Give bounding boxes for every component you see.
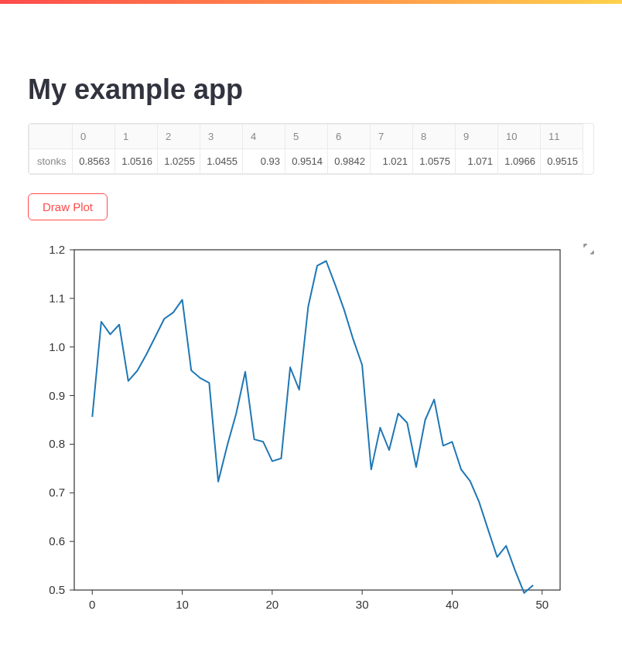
- table-col-header: 5: [285, 125, 328, 149]
- data-table[interactable]: 01234567891011stonks0.85631.05161.02551.…: [28, 123, 594, 175]
- table-col-header: 7: [371, 125, 413, 149]
- table-cell: 1.0455: [200, 149, 243, 174]
- table-cell: 0.9842: [328, 149, 371, 174]
- line-chart: 0.50.60.70.80.91.01.11.201020304050: [28, 242, 569, 621]
- svg-text:0: 0: [89, 598, 95, 611]
- table-col-header: 11: [541, 125, 583, 149]
- svg-text:40: 40: [446, 598, 459, 611]
- svg-text:10: 10: [176, 598, 189, 611]
- table-cell: 1.071: [456, 149, 498, 174]
- svg-text:0.6: 0.6: [49, 534, 65, 547]
- table-col-header: 4: [243, 125, 285, 149]
- table-col-header: 10: [498, 125, 541, 149]
- svg-text:1.1: 1.1: [49, 292, 65, 305]
- table-cell: 0.9514: [285, 149, 328, 174]
- table-row-label: stonks: [29, 149, 73, 174]
- table-col-header: 9: [456, 125, 498, 149]
- svg-text:0.5: 0.5: [49, 583, 65, 596]
- svg-text:20: 20: [266, 598, 279, 611]
- app-container: My example app 01234567891011stonks0.856…: [0, 4, 622, 652]
- table-cell: 0.8563: [73, 149, 115, 174]
- svg-text:0.7: 0.7: [49, 486, 65, 499]
- table-col-header: 0: [73, 125, 115, 149]
- svg-text:30: 30: [356, 598, 369, 611]
- table-cell: 1.0966: [498, 149, 541, 174]
- expand-chart-icon[interactable]: [583, 244, 594, 254]
- table-col-header: 2: [158, 125, 200, 149]
- table-col-header: 6: [328, 125, 371, 149]
- table-cell: 0.9515: [541, 149, 583, 174]
- page-title: My example app: [28, 73, 594, 106]
- table-col-header: 8: [413, 125, 456, 149]
- table-cell: 0.93: [243, 149, 285, 174]
- draw-plot-button[interactable]: Draw Plot: [28, 193, 108, 220]
- table-cell: 1.0575: [413, 149, 456, 174]
- svg-rect-0: [74, 250, 560, 590]
- svg-text:0.8: 0.8: [49, 437, 65, 450]
- table-cell: 1.0255: [158, 149, 200, 174]
- table-cell: 1.0516: [115, 149, 158, 174]
- table-col-header: 3: [200, 125, 243, 149]
- table-cell: 1.021: [371, 149, 413, 174]
- svg-text:0.9: 0.9: [49, 389, 65, 402]
- table-col-header: 1: [115, 125, 158, 149]
- svg-text:1.2: 1.2: [49, 243, 65, 256]
- svg-text:1.0: 1.0: [49, 340, 65, 353]
- svg-text:50: 50: [535, 598, 549, 611]
